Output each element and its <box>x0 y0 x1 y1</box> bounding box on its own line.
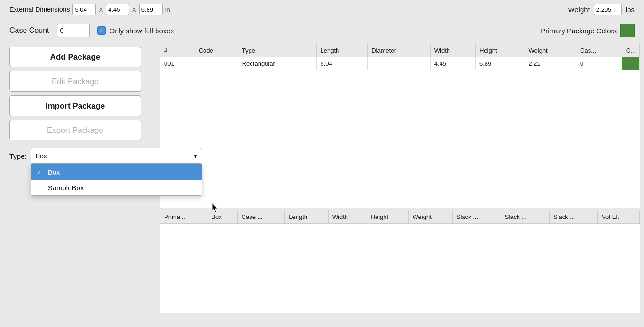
table-row[interactable]: 001 Rectangular 5.04 4.45 6.89 2.21 0 <box>160 57 640 70</box>
dim-sep-2: X <box>132 6 136 13</box>
dropdown-item-box[interactable]: ✓ Box <box>31 164 202 180</box>
top-bar: External Dimensions X X in Weight lbs <box>0 0 644 19</box>
col-header-width: Width <box>430 44 475 57</box>
only-show-full-boxes-container[interactable]: ✓ Only show full boxes <box>97 26 174 35</box>
dim-input-1[interactable] <box>72 4 96 15</box>
bottom-col-volef: Vol Ef. <box>597 210 639 224</box>
cell-color-swatch <box>622 57 639 70</box>
cell-weight: 2.21 <box>525 57 576 70</box>
type-dropdown[interactable]: Box ▾ <box>31 148 202 164</box>
bottom-col-box: Box <box>207 210 237 224</box>
bottom-col-slack2: Slack ... <box>501 210 549 224</box>
bottom-col-width: Width <box>328 210 367 224</box>
cell-height: 6.89 <box>475 57 525 70</box>
case-count-row: Case Count ✓ Only show full boxes Primar… <box>0 19 644 42</box>
col-header-color: C... <box>622 44 639 57</box>
cell-width: 4.45 <box>430 57 475 70</box>
left-panel: Add Package Edit Package Import Package … <box>0 42 160 317</box>
type-dropdown-wrapper: Box ▾ ✓ Box SampleBox <box>31 148 202 164</box>
col-header-code: Code <box>195 44 238 57</box>
bottom-col-height: Height <box>367 210 408 224</box>
col-header-length: Length <box>316 44 368 57</box>
case-count-input[interactable] <box>57 24 90 37</box>
primary-package-colors-section: Primary Package Colors <box>541 24 635 37</box>
main-layout: Add Package Edit Package Import Package … <box>0 42 644 317</box>
only-show-full-boxes-label: Only show full boxes <box>110 27 174 35</box>
type-dropdown-menu: ✓ Box SampleBox <box>31 164 202 196</box>
type-label: Type: <box>9 152 27 160</box>
cell-case-count: 0 <box>576 57 622 70</box>
bottom-table-container: Prima... Box Case ... Length Width Heigh… <box>160 210 640 313</box>
packages-table: # Code Type Length Diameter Width Height… <box>160 44 640 70</box>
bottom-table: Prima... Box Case ... Length Width Heigh… <box>160 210 640 224</box>
col-header-diameter: Diameter <box>368 44 431 57</box>
check-icon: ✓ <box>37 169 44 176</box>
case-count-label: Case Count <box>9 26 49 35</box>
add-package-button[interactable]: Add Package <box>9 47 141 67</box>
dropdown-arrow-icon: ▾ <box>194 152 197 160</box>
cell-type: Rectangular <box>238 57 316 70</box>
cell-num: 001 <box>160 57 195 70</box>
dim-input-2[interactable] <box>106 4 129 15</box>
primary-package-colors-label: Primary Package Colors <box>541 27 617 35</box>
external-dimensions-section: External Dimensions X X in <box>9 4 170 15</box>
col-header-num: # <box>160 44 195 57</box>
dropdown-item-box-label: Box <box>48 168 60 176</box>
weight-input[interactable] <box>594 4 622 15</box>
dropdown-item-samplebox[interactable]: SampleBox <box>31 180 202 195</box>
bottom-col-length: Length <box>285 210 329 224</box>
edit-package-button[interactable]: Edit Package <box>9 71 141 92</box>
cell-diameter <box>368 57 431 70</box>
cell-code <box>195 57 238 70</box>
primary-color-swatch[interactable] <box>620 24 635 37</box>
col-header-type: Type <box>238 44 316 57</box>
cell-length: 5.04 <box>316 57 368 70</box>
weight-label: Weight <box>568 6 589 14</box>
bottom-col-case: Case ... <box>237 210 285 224</box>
weight-section: Weight lbs <box>568 4 635 15</box>
bottom-col-prima: Prima... <box>160 210 207 224</box>
external-dimensions-label: External Dimensions <box>9 6 70 13</box>
col-header-weight: Weight <box>525 44 576 57</box>
right-panel: # Code Type Length Diameter Width Height… <box>160 42 644 317</box>
bottom-col-weight: Weight <box>408 210 452 224</box>
import-package-button[interactable]: Import Package <box>9 95 141 116</box>
type-dropdown-selected: Box <box>36 152 47 160</box>
col-header-height: Height <box>475 44 525 57</box>
dropdown-item-samplebox-label: SampleBox <box>48 184 84 192</box>
packages-table-container: # Code Type Length Diameter Width Height… <box>160 44 640 208</box>
weight-unit: lbs <box>626 6 635 14</box>
col-header-case: Cas... <box>576 44 622 57</box>
dim-unit: in <box>165 6 170 13</box>
type-row: Type: Box ▾ ✓ Box SampleBox <box>9 148 150 164</box>
bottom-col-slack1: Slack ... <box>452 210 501 224</box>
dim-sep-1: X <box>99 6 103 13</box>
only-show-full-boxes-checkbox[interactable]: ✓ <box>97 26 106 35</box>
export-package-button[interactable]: Export Package <box>9 120 141 140</box>
dim-input-3[interactable] <box>139 4 163 15</box>
bottom-col-slack3: Slack ... <box>549 210 597 224</box>
